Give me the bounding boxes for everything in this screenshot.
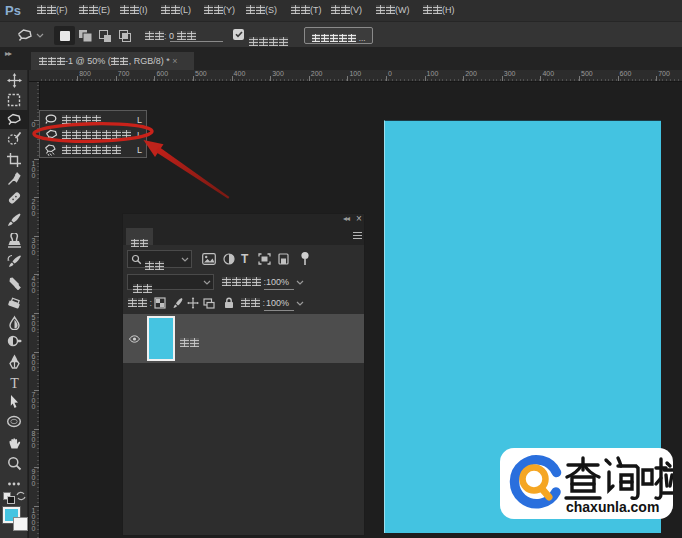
svg-text:chaxunla.com: chaxunla.com [566,499,659,515]
svg-text:T: T [10,376,19,390]
